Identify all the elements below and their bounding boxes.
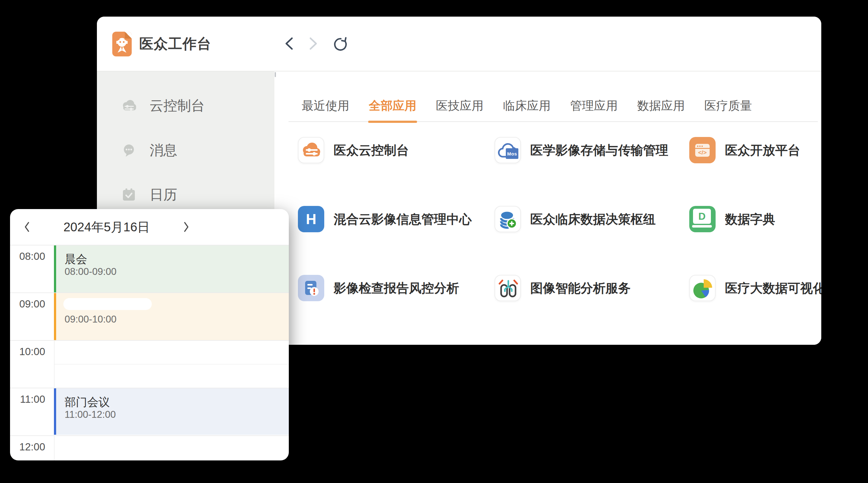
scrollbar-thumb[interactable] xyxy=(275,72,276,77)
time-label: 12:00 xyxy=(10,441,45,453)
event-color-bar xyxy=(54,293,56,340)
calendar-next-day-button[interactable] xyxy=(183,221,190,232)
app-label: 混合云影像信息管理中心 xyxy=(334,211,472,228)
time-label: 08:00 xyxy=(10,251,45,262)
app-open-platform[interactable]: </> 医众开放平台 xyxy=(689,137,821,163)
app-clinical-data-hub[interactable]: 医众临床数据决策枢纽 xyxy=(495,206,689,232)
app-title: 医众工作台 xyxy=(139,35,211,52)
redacted-event-title xyxy=(63,298,152,310)
hour-line xyxy=(10,340,289,341)
app-label: 医众开放平台 xyxy=(725,142,800,159)
letter-h-icon: H xyxy=(298,206,324,232)
dictionary-book-icon: D xyxy=(693,209,711,224)
app-label: 医疗大数据可视化 xyxy=(725,280,821,297)
sidebar-item-label: 云控制台 xyxy=(150,97,205,115)
calendar-event-department-meeting[interactable]: 部门会议 11:00-12:00 xyxy=(54,388,289,435)
tab-management-apps[interactable]: 管理应用 xyxy=(570,89,618,122)
svg-text:</>: </> xyxy=(698,149,707,156)
sidebar-item-label: 消息 xyxy=(150,141,177,160)
calendar-check-icon xyxy=(120,186,138,203)
calendar-prev-day-button[interactable] xyxy=(24,221,30,232)
app-hybrid-cloud-imaging[interactable]: H 混合云影像信息管理中心 xyxy=(298,206,495,232)
sidebar-item-label: 日历 xyxy=(150,186,177,204)
app-label: 医众临床数据决策枢纽 xyxy=(530,211,656,228)
event-time: 09:00-10:00 xyxy=(65,314,116,325)
time-label: 10:00 xyxy=(10,346,45,358)
half-hour-line xyxy=(55,364,289,364)
message-bubble-icon xyxy=(120,141,138,159)
tab-medtech-apps[interactable]: 医技应用 xyxy=(436,89,484,122)
event-color-bar xyxy=(54,388,56,435)
time-label: 11:00 xyxy=(10,393,45,405)
tab-data-apps[interactable]: 数据应用 xyxy=(637,89,685,122)
app-label: 医学影像存储与传输管理 xyxy=(530,142,668,159)
window-header: 医众工作台 xyxy=(97,17,821,71)
app-label: 影像检查报告风控分析 xyxy=(334,280,459,297)
report-alert-icon xyxy=(298,275,324,301)
sidebar-item-messages[interactable]: 消息 xyxy=(97,128,274,172)
forward-button[interactable] xyxy=(306,36,320,51)
app-label: 数据字典 xyxy=(725,211,775,228)
app-big-data-visualization[interactable]: 医疗大数据可视化 xyxy=(689,275,821,301)
sidebar-item-cloud-console[interactable]: 云控制台 xyxy=(97,84,274,128)
cloud-settings-icon xyxy=(120,97,138,115)
calendar-date-label: 2024年5月16日 xyxy=(30,219,183,236)
app-label: 图像智能分析服务 xyxy=(530,280,631,297)
tab-bar: 最近使用 全部应用 医技应用 临床应用 管理应用 数据应用 医疗质量 xyxy=(288,89,752,122)
mos-badge: Mos xyxy=(506,148,518,159)
tab-all-apps[interactable]: 全部应用 xyxy=(369,89,416,122)
tab-medical-quality[interactable]: 医疗质量 xyxy=(704,89,752,122)
time-label: 09:00 xyxy=(10,298,45,310)
chevron-left-icon xyxy=(283,36,296,51)
app-image-ai-service[interactable]: 图像智能分析服务 xyxy=(495,275,689,301)
app-grid: 医众云控制台 Mos 医学影像存储与传输管理 </> xyxy=(298,137,821,344)
calendar-event-morning-meeting[interactable]: 晨会 08:00-09:00 xyxy=(54,246,289,292)
pie-chart-icon xyxy=(690,276,716,301)
screen-background: 医众工作台 xyxy=(0,0,868,483)
calendar-event-redacted[interactable]: 09:00-10:00 xyxy=(54,293,289,340)
chevron-left-icon xyxy=(24,221,30,232)
refresh-button[interactable] xyxy=(332,36,348,51)
event-color-bar xyxy=(54,246,56,292)
app-pacs-storage[interactable]: Mos 医学影像存储与传输管理 xyxy=(495,137,689,163)
chevron-right-icon xyxy=(183,221,190,232)
reload-icon xyxy=(332,36,348,52)
calendar-header: 2024年5月16日 xyxy=(10,209,289,245)
app-report-risk-analysis[interactable]: 影像检查报告风控分析 xyxy=(298,275,495,301)
event-time: 08:00-09:00 xyxy=(65,266,116,278)
tab-clinical-apps[interactable]: 临床应用 xyxy=(503,89,551,122)
logo-fold xyxy=(125,32,132,38)
hour-line xyxy=(10,436,289,436)
lungs-icon xyxy=(495,276,521,301)
event-title: 晨会 xyxy=(65,252,87,267)
chevron-right-icon xyxy=(306,36,320,51)
calendar-panel: 2024年5月16日 08:00 09:00 10:00 11:00 12:00… xyxy=(10,209,289,460)
app-logo xyxy=(112,32,132,57)
event-time: 11:00-12:00 xyxy=(65,409,116,420)
code-window-icon: </> xyxy=(689,137,716,163)
database-plus-icon xyxy=(495,206,521,232)
back-button[interactable] xyxy=(283,36,296,51)
app-data-dictionary[interactable]: D 数据字典 xyxy=(689,206,821,232)
book-base xyxy=(692,225,712,228)
event-title: 部门会议 xyxy=(65,395,110,410)
app-label: 医众云控制台 xyxy=(334,142,409,159)
cloud-sliders-icon xyxy=(299,138,324,163)
app-cloud-console[interactable]: 医众云控制台 xyxy=(298,137,495,163)
tab-recently-used[interactable]: 最近使用 xyxy=(302,89,349,122)
